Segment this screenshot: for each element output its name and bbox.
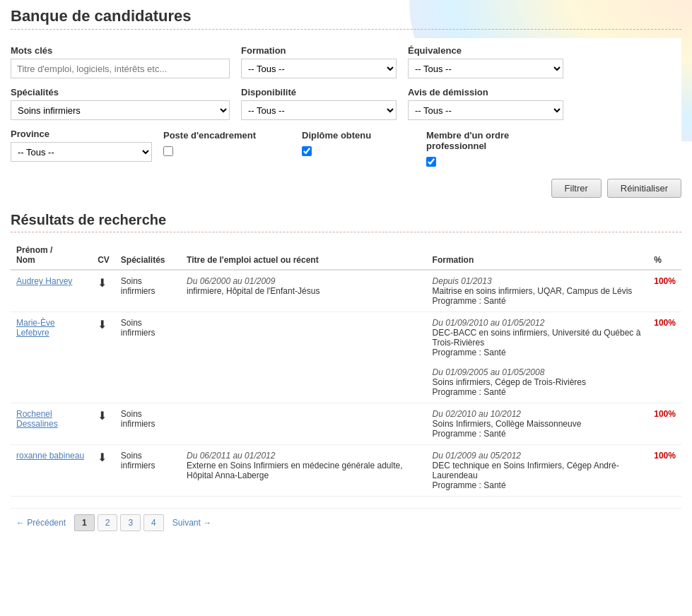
equivalence-select[interactable]: -- Tous -- [408,59,563,78]
table-row: roxanne babineau⬇Soins infirmiersDu 06/2… [11,445,681,497]
reset-button[interactable]: Réinitialiser [607,179,681,198]
formation-cell: Du 01/2009 au 05/2012DEC technique en So… [427,445,649,497]
formation-detail-1: Maitrise en soins infirmiers, UQAR, Camp… [433,286,633,296]
formation-date-1: Depuis 01/2013 [433,276,492,286]
filter-button[interactable]: Filtrer [551,179,602,198]
page-button-3[interactable]: 3 [120,514,141,531]
col-cv: CV [92,241,115,270]
mots-cles-group: Mots clés [11,45,230,78]
province-label: Province [11,129,152,139]
province-select[interactable]: -- Tous -- [11,142,152,162]
col-pct: % [648,241,681,270]
cv-download[interactable]: ⬇ [92,270,115,312]
mots-cles-label: Mots clés [11,45,230,56]
formation-cell: Du 02/2010 au 10/2012Soins Infirmiers, C… [427,403,649,445]
col-prenom-nom: Prénom /Nom [11,241,92,270]
download-icon[interactable]: ⬇ [98,319,107,331]
formation-cell: Du 01/09/2010 au 01/05/2012DEC-BACC en s… [427,312,649,403]
job-title-text: Externe en Soins Infirmiers en médecine … [187,461,403,480]
search-row-2: Spécialités Soins infirmiers Disponibili… [11,87,681,120]
formation-prog-1: Programme : Santé [433,296,506,306]
formation-prog-1: Programme : Santé [433,429,506,439]
formation-prog-2: Programme : Santé [433,387,506,397]
cv-download[interactable]: ⬇ [92,445,115,497]
candidate-name-link[interactable]: roxanne babineau [16,451,84,461]
poste-group: Poste d'encadrement [163,129,291,156]
formation-detail-1: Soins Infirmiers, Collège Maissonneuve [433,419,582,429]
match-percent: 100% [648,312,681,403]
match-percent: 100% [648,270,681,312]
search-row-1: Mots clés Formation -- Tous -- Équivalen… [11,45,681,78]
membre-checkbox[interactable] [426,157,436,167]
specialite-cell: Soins infirmiers [115,403,181,445]
formation-date-1: Du 01/09/2010 au 01/05/2012 [433,318,545,328]
prev-page-button[interactable]: ← Précédent [11,515,71,531]
candidate-name: Rochenel Dessalines [11,403,92,445]
job-title-text: infirmiere, Hôpital de l'Enfant-Jésus [187,286,319,296]
candidate-name-link[interactable]: Rochenel Dessalines [16,409,58,429]
page-button-2[interactable]: 2 [98,514,118,531]
candidate-name-link[interactable]: Audrey Harvey [16,276,72,286]
job-date: Du 06/2011 au 01/2012 [187,451,275,461]
job-cell [181,403,427,445]
equivalence-group: Équivalence -- Tous -- [408,45,563,78]
formation-prog-1: Programme : Santé [433,348,506,357]
page-title: Banque de candidatures [11,7,681,25]
job-cell: Du 06/2011 au 01/2012Externe en Soins In… [181,445,427,497]
formation-prog-1: Programme : Santé [433,480,506,490]
page-button-4[interactable]: 4 [143,514,164,531]
formation-select[interactable]: -- Tous -- [241,59,397,78]
results-section: Résultats de recherche Prénom /Nom CV Sp… [11,212,681,537]
search-panel: Mots clés Formation -- Tous -- Équivalen… [11,38,681,205]
next-page-button[interactable]: Suivant → [167,515,217,531]
membre-label: Membre d'un ordre professionnel [426,130,568,151]
table-row: Rochenel Dessalines⬇Soins infirmiersDu 0… [11,403,681,445]
formation-date-1: Du 02/2010 au 10/2012 [433,409,521,419]
job-date: Du 06/2000 au 01/2009 [187,276,275,286]
poste-checkbox[interactable] [163,146,173,156]
formation-group: Formation -- Tous -- [241,45,397,78]
diplome-group: Diplôme obtenu [302,129,415,156]
diplome-checkbox[interactable] [302,146,312,156]
download-icon[interactable]: ⬇ [98,277,107,289]
specialites-select[interactable]: Soins infirmiers [11,100,230,120]
equivalence-label: Équivalence [408,45,563,56]
table-header-row: Prénom /Nom CV Spécialités Titre de l'em… [11,241,681,270]
job-cell [181,312,427,403]
download-icon[interactable]: ⬇ [98,410,107,422]
specialites-label: Spécialités [11,87,230,97]
mots-cles-input[interactable] [11,59,230,78]
formation-date-2: Du 01/09/2005 au 01/05/2008 [433,367,545,377]
candidate-name: roxanne babineau [11,445,92,497]
specialites-group: Spécialités Soins infirmiers [11,87,230,120]
diplome-label: Diplôme obtenu [302,130,415,141]
col-specialites: Spécialités [115,241,181,270]
disponibilite-select[interactable]: -- Tous -- [241,100,397,120]
cv-download[interactable]: ⬇ [92,312,115,403]
disponibilite-label: Disponibilité [241,87,397,97]
avis-group: Avis de démission -- Tous -- [408,87,563,120]
results-table: Prénom /Nom CV Spécialités Titre de l'em… [11,241,681,497]
match-percent: 100% [648,403,681,445]
disponibilite-group: Disponibilité -- Tous -- [241,87,397,120]
formation-date-1: Du 01/2009 au 05/2012 [433,451,521,461]
col-formation: Formation [427,241,649,270]
candidate-name: Audrey Harvey [11,270,92,312]
formation-detail-2: Soins infirmiers, Cégep de Trois-Rivière… [433,377,586,387]
formation-detail-1: DEC-BACC en soins infirmiers, Université… [433,328,641,348]
formation-cell: Depuis 01/2013Maitrise en soins infirmie… [427,270,649,312]
avis-label: Avis de démission [408,87,563,97]
avis-select[interactable]: -- Tous -- [408,100,563,120]
formation-detail-1: DEC technique en Soins Infirmiers, Cégep… [433,461,619,480]
province-group: Province -- Tous -- [11,129,152,162]
specialite-cell: Soins infirmiers [115,270,181,312]
table-row: Marie-Ève Lefebvre⬇Soins infirmiersDu 01… [11,312,681,403]
page-button-1[interactable]: 1 [74,514,95,531]
results-divider [11,232,681,232]
candidate-name-link[interactable]: Marie-Ève Lefebvre [16,318,55,338]
download-icon[interactable]: ⬇ [98,451,107,463]
cv-download[interactable]: ⬇ [92,403,115,445]
filter-actions: Filtrer Réinitialiser [11,175,681,198]
specialite-cell: Soins infirmiers [115,445,181,497]
pagination: ← Précédent 1 2 3 4 Suivant → [11,508,681,537]
